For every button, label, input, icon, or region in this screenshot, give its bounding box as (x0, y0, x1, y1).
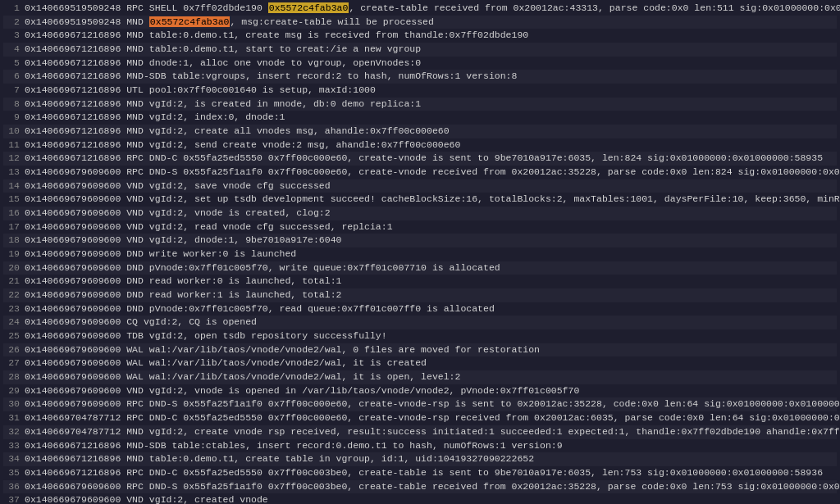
log-text: 0x140669519509248 RPC SHELL 0x7ff02dbde1… (25, 2, 840, 16)
line-number: 18 (5, 234, 20, 247)
log-line: 170x140669679609600 VND vgId:2, read vno… (3, 220, 837, 234)
log-text: 0x140669679609600 DND pVnode:0x7ff01c005… (25, 302, 495, 316)
line-number: 30 (5, 397, 20, 411)
line-number: 8 (5, 98, 20, 111)
log-line: 240x140669679609600 CQ vgId:2, CQ is ope… (3, 316, 837, 329)
line-number: 27 (5, 356, 20, 370)
log-line: 220x140669679609600 DND read worker:1 is… (3, 288, 837, 302)
line-number: 15 (5, 193, 20, 207)
line-number: 20 (5, 261, 20, 275)
log-line: 180x140669679609600 VND vgId:2, dnode:1,… (3, 234, 837, 247)
line-number: 36 (5, 480, 20, 494)
line-number: 24 (5, 316, 20, 329)
log-text: 0x140669679609600 VND vgId:2, read vnode… (25, 220, 393, 234)
line-number: 9 (5, 111, 20, 125)
line-number: 11 (5, 138, 20, 152)
log-text: 0x140669671216896 UTL pool:0x7ff00c00164… (25, 84, 376, 98)
log-line: 40x140669671216896 MND table:0.demo.t1, … (3, 43, 837, 57)
log-text: 0x140669679609600 VND vgId:2, save vnode… (25, 179, 331, 193)
log-line: 30x140669671216896 MND table:0.demo.t1, … (3, 29, 837, 43)
log-text: 0x140669679609600 VND vgId:2, dnode:1, 9… (25, 234, 341, 247)
log-text: 0x140669671216896 MND vgId:2, send creat… (25, 138, 460, 152)
log-line: 270x140669679609600 WAL wal:/var/lib/tao… (3, 356, 837, 370)
line-number: 13 (5, 166, 20, 179)
log-text: 0x140669679609600 RPC DND-S 0x55fa25f1a1… (25, 166, 840, 179)
log-line: 150x140669679609600 VND vgId:2, set up t… (3, 193, 837, 207)
log-text: 0x140669679609600 VND vgId:2, created vn… (25, 493, 268, 504)
log-text: 0x140669679609600 TDB vgId:2, open tsdb … (25, 329, 387, 343)
log-text: 0x140669704787712 RPC DND-C 0x55fa25ed55… (25, 411, 840, 425)
log-line: 140x140669679609600 VND vgId:2, save vno… (3, 179, 837, 193)
log-line: 310x140669704787712 RPC DND-C 0x55fa25ed… (3, 411, 837, 425)
log-text: 0x140669679609600 VND vgId:2, vnode is c… (25, 207, 331, 220)
log-line: 130x140669679609600 RPC DND-S 0x55fa25f1… (3, 166, 837, 179)
line-number: 7 (5, 84, 20, 98)
log-line: 120x140669671216896 RPC DND-C 0x55fa25ed… (3, 152, 837, 166)
line-number: 28 (5, 370, 20, 384)
log-line: 70x140669671216896 UTL pool:0x7ff00c0016… (3, 84, 837, 98)
log-line: 60x140669671216896 MND-SDB table:vgroups… (3, 70, 837, 84)
log-text: 0x140669679609600 WAL wal:/var/lib/taos/… (25, 343, 540, 357)
log-line: 210x140669679609600 DND read worker:0 is… (3, 275, 837, 288)
log-line: 230x140669679609600 DND pVnode:0x7ff01c0… (3, 302, 837, 316)
log-line: 20x140669519509248 MND 0x5572c4fab3a0, m… (3, 16, 837, 30)
line-number: 26 (5, 343, 20, 357)
log-line: 340x140669671216896 MND table:0.demo.t1,… (3, 452, 837, 466)
log-text: 0x140669671216896 MND-SDB table:ctables,… (25, 439, 563, 453)
log-line: 200x140669679609600 DND pVnode:0x7ff01c0… (3, 261, 837, 275)
log-line: 370x140669679609600 VND vgId:2, created … (3, 493, 837, 504)
log-text: 0x140669671216896 MND table:0.demo.t1, s… (25, 43, 421, 57)
log-line: 320x140669704787712 MND vgId:2, create v… (3, 425, 837, 439)
log-line: 50x140669671216896 MND dnode:1, alloc on… (3, 57, 837, 70)
line-number: 21 (5, 275, 20, 288)
log-text: 0x140669519509248 MND 0x5572c4fab3a0, ms… (25, 16, 434, 30)
highlighted-value: 0x5572c4fab3a0 (149, 16, 231, 27)
log-text: 0x140669679609600 DND pVnode:0x7ff01c005… (25, 261, 500, 275)
log-line: 300x140669679609600 RPC DND-S 0x55fa25f1… (3, 397, 837, 411)
line-number: 17 (5, 220, 20, 234)
log-line: 160x140669679609600 VND vgId:2, vnode is… (3, 207, 837, 220)
line-number: 31 (5, 411, 20, 425)
log-text: 0x140669671216896 MND vgId:2, is created… (25, 98, 421, 111)
log-text: 0x140669671216896 RPC DND-C 0x55fa25ed55… (25, 466, 823, 480)
log-line: 10x140669519509248 RPC SHELL 0x7ff02dbde… (3, 2, 837, 16)
log-text: 0x140669679609600 VND vgId:2, vnode is o… (25, 384, 579, 398)
line-number: 16 (5, 207, 20, 220)
log-line: 100x140669671216896 MND vgId:2, create a… (3, 125, 837, 138)
log-line: 330x140669671216896 MND-SDB table:ctable… (3, 439, 837, 453)
log-text: 0x140669679609600 DND read worker:0 is l… (25, 275, 341, 288)
log-text: 0x140669679609600 RPC DND-S 0x55fa25f1a1… (25, 397, 840, 411)
log-text: 0x140669679609600 WAL wal:/var/lib/taos/… (25, 370, 460, 384)
line-number: 37 (5, 493, 20, 504)
line-number: 33 (5, 439, 20, 453)
line-number: 23 (5, 302, 20, 316)
log-line: 350x140669671216896 RPC DND-C 0x55fa25ed… (3, 466, 837, 480)
log-line: 290x140669679609600 VND vgId:2, vnode is… (3, 384, 837, 398)
log-text: 0x140669671216896 MND-SDB table:vgroups,… (25, 70, 517, 84)
line-number: 35 (5, 466, 20, 480)
log-line: 80x140669671216896 MND vgId:2, is create… (3, 98, 837, 111)
log-container[interactable]: 10x140669519509248 RPC SHELL 0x7ff02dbde… (0, 0, 840, 504)
log-line: 360x140669679609600 RPC DND-S 0x55fa25f1… (3, 480, 837, 494)
log-line: 250x140669679609600 TDB vgId:2, open tsd… (3, 329, 837, 343)
line-number: 5 (5, 57, 20, 70)
log-text: 0x140669671216896 RPC DND-C 0x55fa25ed55… (25, 152, 823, 166)
log-text: 0x140669679609600 DND write worker:0 is … (25, 247, 296, 261)
line-number: 2 (5, 16, 20, 30)
highlighted-value: 0x5572c4fab3a0 (268, 2, 349, 13)
log-line: 110x140669671216896 MND vgId:2, send cre… (3, 138, 837, 152)
log-text: 0x140669671216896 MND dnode:1, alloc one… (25, 57, 421, 70)
line-number: 12 (5, 152, 20, 166)
line-number: 19 (5, 247, 20, 261)
log-text: 0x140669671216896 MND table:0.demo.t1, c… (25, 452, 534, 466)
line-number: 25 (5, 329, 20, 343)
log-text: 0x140669679609600 CQ vgId:2, CQ is opene… (25, 316, 257, 329)
line-number: 1 (5, 2, 20, 16)
line-number: 34 (5, 452, 20, 466)
log-text: 0x140669679609600 WAL wal:/var/lib/taos/… (25, 356, 427, 370)
line-number: 3 (5, 29, 20, 43)
log-line: 90x140669671216896 MND vgId:2, index:0, … (3, 111, 837, 125)
line-number: 32 (5, 425, 20, 439)
log-text: 0x140669704787712 MND vgId:2, create vno… (25, 425, 840, 439)
line-number: 29 (5, 384, 20, 398)
